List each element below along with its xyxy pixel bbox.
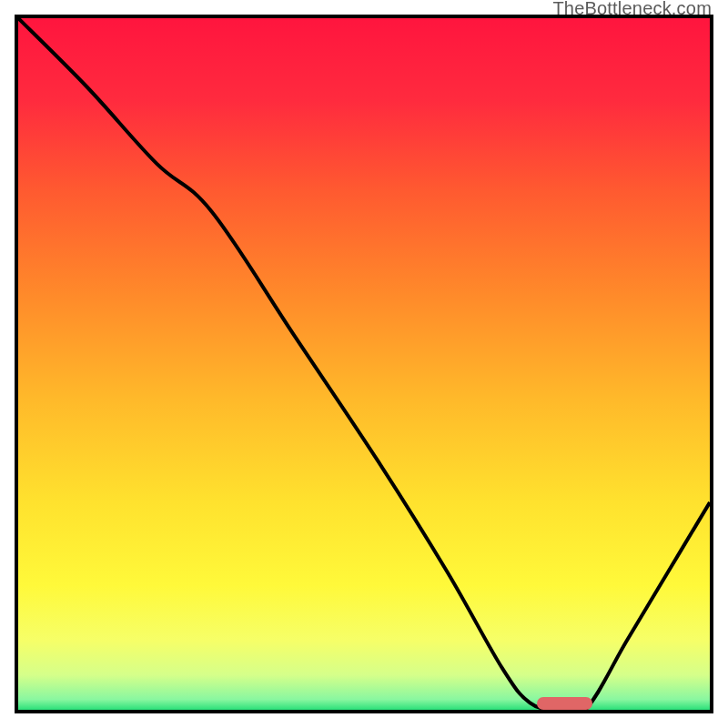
optimal-range-marker — [537, 697, 592, 710]
bottleneck-curve — [18, 18, 710, 710]
plot-area — [15, 15, 713, 713]
bottleneck-chart: TheBottleneck.com — [0, 0, 728, 728]
